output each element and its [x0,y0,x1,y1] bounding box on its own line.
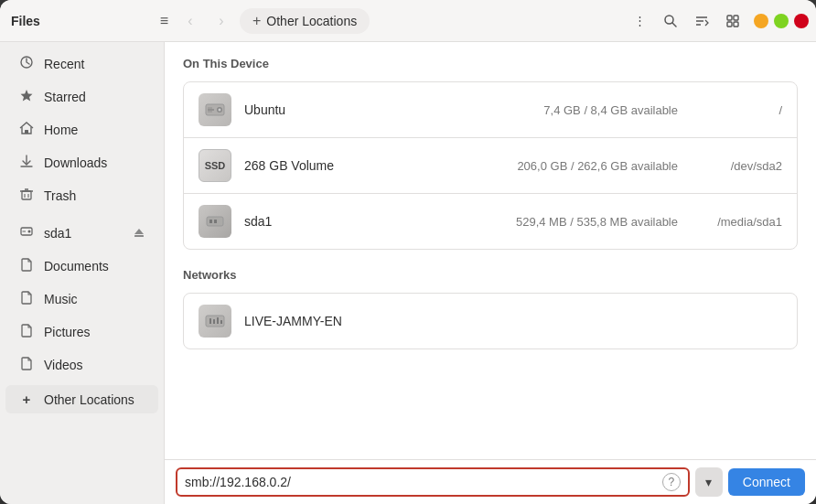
svg-point-25 [219,109,221,112]
downloads-icon [18,154,35,172]
section-networks: Networks [183,268,798,285]
titlebar: Files ≡ ‹ › + Other Locations ⋮ [0,0,816,42]
more-menu-button[interactable]: ⋮ [626,7,653,35]
view-button[interactable] [719,7,746,35]
sidebar-item-documents[interactable]: Documents [5,251,158,282]
drive-icon [18,224,35,242]
svg-marker-10 [21,90,33,102]
device-row-268gb[interactable]: SSD 268 GB Volume 206,0 GB / 262,6 GB av… [184,138,797,194]
trash-icon [18,187,35,205]
svg-rect-34 [213,319,215,324]
device-list-network: LIVE-JAMMY-EN [183,293,798,349]
sidebar: Recent Starred Home Downlo [0,42,165,504]
help-icon[interactable]: ? [662,473,681,491]
sidebar-item-home[interactable]: Home [5,114,158,145]
connect-button[interactable]: Connect [728,468,805,496]
bottom-bar: ? ▾ Connect [165,459,816,504]
app-title: Files [11,14,40,28]
titlebar-right: ⋮ [626,7,809,35]
close-button[interactable]: × [794,14,809,28]
sidebar-item-trash[interactable]: Trash [5,180,158,211]
documents-icon [18,257,35,275]
svg-rect-5 [727,16,732,20]
268gb-name: 268 GB Volume [244,158,354,173]
sidebar-label-home: Home [44,123,78,137]
search-button[interactable] [657,7,684,35]
sidebar-item-downloads[interactable]: Downloads [5,147,158,178]
sda1-info: 529,4 MB / 535,8 MB available [367,215,678,229]
maximize-button[interactable]: □ [774,14,789,28]
view-icon [725,14,740,28]
sda1-mount: /media/sda1 [691,215,782,229]
hamburger-button[interactable]: ≡ [156,9,172,33]
plus-icon: + [252,13,261,29]
network-icon [199,305,231,338]
ubuntu-name: Ubuntu [244,102,354,117]
music-icon [18,290,35,308]
chevron-down-icon: ▾ [705,475,712,489]
home-icon [18,121,35,139]
svg-rect-6 [734,16,738,20]
sidebar-item-videos[interactable]: Videos [5,349,158,381]
sidebar-item-other-locations[interactable]: + Other Locations [5,385,158,413]
sidebar-item-music[interactable]: Music [5,284,158,315]
svg-rect-35 [217,317,219,324]
device-row-live-jammy[interactable]: LIVE-JAMMY-EN [184,294,797,349]
location-pill: + Other Locations [240,8,370,34]
svg-point-19 [28,231,31,233]
sidebar-label-documents: Documents [44,259,109,273]
sidebar-label-downloads: Downloads [44,155,107,170]
location-label: Other Locations [266,14,357,28]
device-row-sda1[interactable]: sda1 529,4 MB / 535,8 MB available /medi… [184,194,797,249]
help-label: ? [669,476,675,488]
268gb-info: 206,0 GB / 262,6 GB available [367,159,678,173]
window-controls: − □ × [754,14,809,28]
sidebar-item-recent[interactable]: Recent [5,48,158,80]
sidebar-label-videos: Videos [44,358,83,372]
sidebar-label-pictures: Pictures [44,325,91,339]
address-input[interactable] [185,475,659,489]
minimize-button[interactable]: − [754,14,768,28]
device-list-local: Ubuntu 7,4 GB / 8,4 GB available / SSD 2… [183,81,798,250]
dropdown-button[interactable]: ▾ [695,467,723,497]
main-panel: On This Device [165,42,816,504]
device-row-ubuntu[interactable]: Ubuntu 7,4 GB / 8,4 GB available / [184,82,797,138]
eject-icon[interactable] [133,226,145,241]
sidebar-label-trash: Trash [44,188,76,203]
usb-icon [199,205,231,238]
svg-rect-13 [22,191,31,199]
sort-button[interactable] [688,7,715,35]
ubuntu-mount: / [691,103,782,117]
main-content: On This Device [165,42,816,459]
sidebar-label-music: Music [44,292,78,306]
ssd-icon: SSD [199,149,231,182]
sidebar-label-starred: Starred [44,90,86,104]
svg-rect-30 [209,220,212,223]
section-on-this-device: On This Device [183,57,798,74]
search-icon [663,14,678,28]
sidebar-label-other-locations: Other Locations [44,392,134,407]
svg-rect-8 [734,22,738,27]
sidebar-item-sda1[interactable]: sda1 [5,218,158,249]
sidebar-label-sda1: sda1 [44,226,71,241]
network-name: LIVE-JAMMY-EN [244,314,354,328]
svg-rect-7 [727,22,732,27]
svg-rect-22 [134,235,144,237]
sidebar-item-starred[interactable]: Starred [5,81,158,113]
recent-icon [18,55,35,73]
svg-rect-33 [209,318,211,324]
back-button[interactable]: ‹ [177,8,203,34]
forward-button[interactable]: › [209,8,234,34]
videos-icon [18,356,35,374]
svg-rect-31 [214,220,217,223]
starred-icon [18,88,35,106]
sda1-name: sda1 [244,214,354,229]
content-area: Recent Starred Home Downlo [0,42,816,504]
pictures-icon [18,323,35,341]
sidebar-item-pictures[interactable]: Pictures [5,316,158,348]
sort-icon [694,14,709,28]
ubuntu-icon [199,93,231,126]
268gb-mount: /dev/sda2 [691,159,782,173]
sidebar-label-recent: Recent [44,57,84,71]
titlebar-center: ‹ › + Other Locations [177,8,620,34]
